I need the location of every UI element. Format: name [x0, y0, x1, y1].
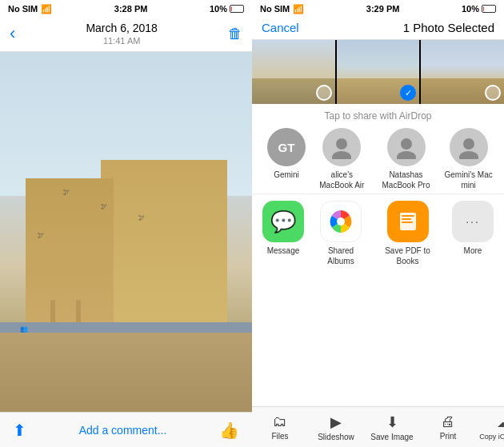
bird-4: 🕊 — [38, 232, 44, 239]
svg-point-0 — [336, 138, 347, 150]
thumbnail-3[interactable] — [421, 40, 504, 104]
alice-name: alice's MacBook Air — [314, 170, 370, 190]
back-button[interactable]: ‹ — [10, 23, 15, 44]
svg-point-7 — [337, 218, 345, 225]
left-wifi-icon: 📶 — [41, 4, 52, 14]
slideshow-label: Slideshow — [318, 433, 354, 441]
airdrop-label: Tap to share with AirDrop — [262, 110, 494, 122]
building-1 — [101, 160, 227, 340]
svg-rect-11 — [402, 218, 411, 220]
save-image-label: Save Image — [370, 433, 413, 441]
gemini-mini-name: Gemini's Mac mini — [442, 170, 494, 190]
toolbar-copy[interactable]: ☁ Copy iC... Lin... — [476, 407, 504, 447]
bottom-toolbar: 🗂 Files ▶ Slideshow ⬇ Save Image 🖨 Print… — [252, 406, 504, 447]
app-message[interactable]: 💬 Message — [258, 201, 308, 266]
airdrop-device-gemini[interactable]: GT Gemini — [262, 128, 311, 190]
alice-avatar — [322, 128, 361, 166]
left-carrier-text: No SIM — [8, 4, 38, 14]
right-panel: No SIM 📶 3:29 PM 10% Cancel 1 Photo Sele… — [252, 0, 504, 447]
bird-1: 🕊 — [63, 189, 70, 196]
svg-point-2 — [401, 138, 412, 150]
more-label: More — [464, 245, 482, 256]
left-battery-icon — [230, 5, 244, 13]
airdrop-device-natashas[interactable]: Natashas MacBook Pro — [373, 128, 440, 190]
date-sub: 11:41 AM — [86, 35, 158, 46]
trash-button[interactable]: 🗑 — [228, 26, 242, 42]
airdrop-section: Tap to share with AirDrop GT Gemini alic… — [252, 104, 504, 194]
bird-3: 🕊 — [138, 214, 145, 222]
books-icon — [387, 201, 429, 242]
right-battery-icon — [482, 5, 496, 13]
toolbar-files[interactable]: 🗂 Files — [252, 407, 308, 447]
message-icon: 💬 — [262, 201, 304, 242]
add-comment[interactable]: Add a comment... — [26, 424, 219, 437]
toolbar-save-image[interactable]: ⬇ Save Image — [364, 407, 420, 447]
toolbar-slideshow[interactable]: ▶ Slideshow — [308, 407, 364, 447]
airdrop-device-alice[interactable]: alice's MacBook Air — [314, 128, 370, 190]
like-button[interactable]: 👍 — [219, 421, 239, 440]
files-icon: 🗂 — [273, 413, 287, 430]
date-main: March 6, 2018 — [86, 21, 158, 35]
left-battery: 10% — [210, 4, 244, 14]
right-status-bar: No SIM 📶 3:29 PM 10% — [252, 0, 504, 18]
thumbnail-1[interactable] — [252, 40, 335, 104]
thumbnail-2[interactable]: ✓ — [337, 40, 420, 104]
right-carrier: No SIM 📶 — [260, 4, 304, 14]
left-bottom-bar: ⬆ Add a comment... 👍 — [0, 412, 252, 447]
thumbnail-strip: ✓ — [252, 40, 504, 104]
water — [0, 322, 252, 333]
thumb1-check — [316, 85, 332, 101]
copy-label: Copy iC... Lin... — [479, 433, 504, 441]
left-time: 3:28 PM — [114, 4, 148, 14]
save-image-icon: ⬇ — [386, 413, 398, 431]
app-books[interactable]: Save PDF to Books — [374, 201, 442, 266]
left-carrier: No SIM 📶 — [8, 4, 52, 14]
print-label: Print — [440, 432, 457, 441]
floor — [0, 333, 252, 412]
photo-date: March 6, 2018 11:41 AM — [86, 21, 158, 46]
svg-point-3 — [397, 151, 416, 159]
svg-point-4 — [463, 138, 474, 150]
books-label: Save PDF to Books — [374, 245, 442, 266]
right-navbar: Cancel 1 Photo Selected — [252, 18, 504, 40]
right-battery-pct: 10% — [462, 4, 479, 14]
more-icon: ··· — [452, 201, 494, 242]
right-time: 3:29 PM — [366, 4, 400, 14]
toolbar-row: 🗂 Files ▶ Slideshow ⬇ Save Image 🖨 Print… — [252, 407, 504, 447]
right-carrier-text: No SIM — [260, 4, 290, 14]
app-shared-albums[interactable]: Shared Albums — [314, 201, 367, 266]
app-more[interactable]: ··· More — [448, 201, 498, 266]
cancel-button[interactable]: Cancel — [262, 21, 299, 34]
copy-icon: ☁ — [497, 413, 504, 431]
svg-rect-10 — [402, 215, 414, 217]
right-wifi-icon: 📶 — [293, 4, 304, 14]
left-status-bar: No SIM 📶 3:28 PM 10% — [0, 0, 252, 18]
gemini-name: Gemini — [274, 170, 299, 180]
building-2 — [26, 178, 114, 340]
natashas-name: Natashas MacBook Pro — [373, 170, 440, 190]
selected-count: 1 Photo Selected — [403, 21, 494, 34]
slideshow-icon: ▶ — [330, 413, 342, 431]
svg-point-1 — [332, 151, 351, 159]
toolbar-print[interactable]: 🖨 Print — [420, 407, 476, 447]
shared-albums-label: Shared Albums — [314, 245, 367, 266]
gemini-mini-avatar — [450, 128, 488, 166]
main-photo: 🕊 🕊 🕊 🕊 👥 — [0, 52, 252, 412]
share-apps-row: 💬 Message Shared Albums — [252, 194, 504, 269]
right-battery: 10% — [462, 4, 496, 14]
left-panel: No SIM 📶 3:28 PM 10% ‹ March 6, 2018 11:… — [0, 0, 252, 447]
natashas-avatar — [387, 128, 426, 166]
message-label: Message — [267, 245, 300, 256]
gemini-avatar: GT — [267, 128, 306, 166]
venice-photo-bg: 🕊 🕊 🕊 🕊 👥 — [0, 52, 252, 412]
thumb3-check — [485, 85, 501, 101]
airdrop-device-gemini-mini[interactable]: Gemini's Mac mini — [442, 128, 494, 190]
share-button[interactable]: ⬆ — [13, 421, 26, 440]
files-label: Files — [271, 432, 288, 441]
people-figures: 👥 — [20, 325, 28, 333]
svg-point-5 — [459, 151, 478, 159]
svg-rect-12 — [402, 222, 413, 223]
bird-2: 🕊 — [101, 203, 107, 210]
left-navbar: ‹ March 6, 2018 11:41 AM 🗑 — [0, 18, 252, 52]
print-icon: 🖨 — [441, 413, 455, 430]
